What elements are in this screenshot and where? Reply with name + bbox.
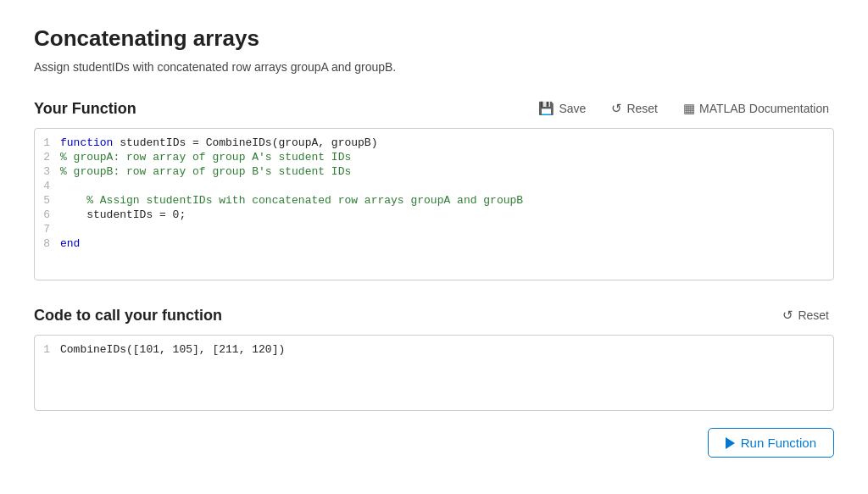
code-content-7 (60, 223, 67, 236)
line-num-2: 2 (35, 151, 60, 164)
call-section-header: Code to call your function ↺ Reset (34, 304, 834, 326)
reset-call-icon: ↺ (782, 308, 793, 323)
line-num-1: 1 (35, 136, 60, 149)
code-line-4: 4 (35, 179, 833, 193)
run-function-button[interactable]: Run Function (708, 428, 834, 458)
run-function-label: Run Function (741, 436, 816, 450)
page-title: Concatenating arrays (34, 25, 834, 52)
reset-function-label: Reset (626, 102, 658, 115)
line-num-5: 5 (35, 194, 60, 207)
play-icon (726, 437, 735, 449)
matlab-doc-icon: ▦ (683, 101, 695, 116)
matlab-doc-label: MATLAB Documentation (699, 102, 829, 115)
call-code-content-1: CombineIDs([101, 105], [211, 120]) (60, 343, 285, 356)
code-content-8: end (60, 237, 80, 250)
code-line-6: 6 studentIDs = 0; (35, 208, 833, 222)
save-label: Save (559, 102, 586, 115)
call-code-box: 1 CombineIDs([101, 105], [211, 120]) (34, 335, 834, 411)
reset-call-button[interactable]: ↺ Reset (777, 304, 834, 326)
reset-function-button[interactable]: ↺ Reset (606, 97, 663, 119)
line-num-6: 6 (35, 208, 60, 221)
call-code-line-1: 1 CombineIDs([101, 105], [211, 120]) (35, 342, 833, 357)
call-section-title: Code to call your function (34, 307, 222, 325)
page-subtitle: Assign studentIDs with concatenated row … (34, 60, 834, 74)
reset-call-label: Reset (798, 308, 829, 322)
line-num-8: 8 (35, 237, 60, 250)
call-line-num-1: 1 (35, 343, 60, 356)
save-button[interactable]: 💾 Save (533, 97, 591, 119)
reset-function-icon: ↺ (611, 101, 622, 116)
function-toolbar: 💾 Save ↺ Reset ▦ MATLAB Documentation (533, 97, 834, 119)
code-line-8: 8 end (35, 236, 833, 251)
code-content-6: studentIDs = 0; (60, 208, 186, 221)
save-icon: 💾 (538, 101, 554, 116)
code-content-1: function studentIDs = CombineIDs(groupA,… (60, 136, 377, 149)
code-line-1: 1 function studentIDs = CombineIDs(group… (35, 136, 833, 150)
your-function-title: Your Function (34, 100, 136, 118)
code-content-2: % groupA: row array of group A's student… (60, 151, 351, 164)
code-content-3: % groupB: row array of group B's student… (60, 165, 351, 178)
function-code-box: 1 function studentIDs = CombineIDs(group… (34, 128, 834, 280)
code-line-3: 3 % groupB: row array of group B's stude… (35, 164, 833, 179)
matlab-doc-button[interactable]: ▦ MATLAB Documentation (678, 97, 834, 119)
code-line-5: 5 % Assign studentIDs with concatenated … (35, 193, 833, 208)
line-num-3: 3 (35, 165, 60, 178)
run-btn-row: Run Function (34, 428, 834, 458)
code-content-4 (60, 180, 67, 192)
line-num-7: 7 (35, 223, 60, 236)
code-content-5: % Assign studentIDs with concatenated ro… (60, 194, 523, 207)
code-line-7: 7 (35, 222, 833, 236)
code-line-2: 2 % groupA: row array of group A's stude… (35, 150, 833, 164)
line-num-4: 4 (35, 180, 60, 192)
